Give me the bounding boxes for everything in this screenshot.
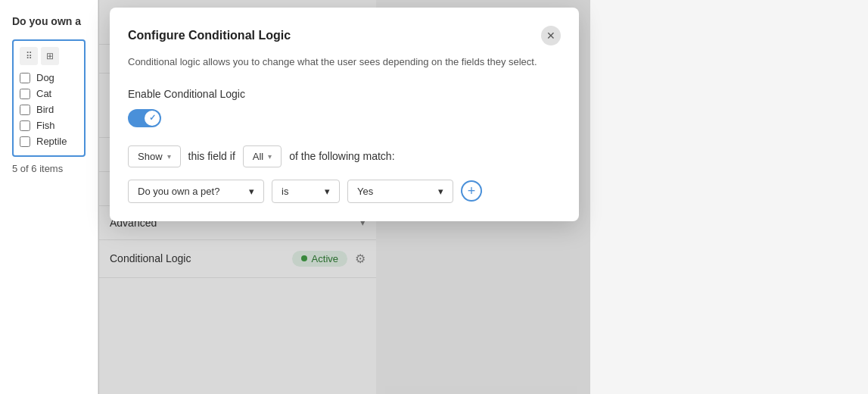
checkbox-dog[interactable] — [20, 73, 30, 83]
condition-row: Do you own a pet? ▾ is ▾ Yes ▾ + — [128, 180, 561, 203]
field-title: Do you own a — [12, 15, 86, 27]
list-item: Fish — [20, 117, 78, 133]
field-widget: ⠿ ⊞ Dog Cat Bird Fish Reptile — [12, 39, 86, 157]
list-item: Dog — [20, 70, 78, 86]
operator-select-dropdown[interactable]: is ▾ — [272, 180, 340, 203]
condition-text: this field if — [188, 150, 235, 162]
match-text: of the following match: — [289, 150, 394, 162]
add-condition-button[interactable]: + — [461, 180, 482, 202]
value-select-dropdown[interactable]: Yes ▾ — [347, 180, 453, 203]
field-select-dropdown[interactable]: Do you own a pet? ▾ — [128, 180, 264, 203]
checkbox-bird[interactable] — [20, 105, 30, 115]
close-button[interactable]: ✕ — [541, 26, 561, 45]
widget-controls: ⠿ ⊞ — [20, 47, 78, 65]
checkbox-cat[interactable] — [20, 89, 30, 99]
list-item: Reptile — [20, 133, 78, 149]
modal-header: Configure Conditional Logic ✕ — [128, 26, 561, 45]
show-dropdown[interactable]: Show ▾ — [128, 145, 181, 167]
toggle-container — [128, 109, 561, 127]
checkbox-fish[interactable] — [20, 120, 30, 131]
enable-logic-label: Enable Conditional Logic — [128, 88, 561, 100]
modal-overlay: Configure Conditional Logic ✕ Conditiona… — [98, 0, 590, 394]
chevron-down-icon: ▾ — [249, 186, 254, 197]
chevron-down-icon: ▾ — [325, 186, 330, 197]
add-icon[interactable]: ⊞ — [41, 47, 59, 65]
drag-icon[interactable]: ⠿ — [20, 47, 38, 65]
modal-title: Configure Conditional Logic — [128, 29, 291, 42]
modal-dialog: Configure Conditional Logic ✕ Conditiona… — [110, 8, 579, 221]
chevron-down-icon: ▾ — [167, 152, 171, 161]
checkbox-reptile[interactable] — [20, 136, 30, 147]
list-item: Cat — [20, 86, 78, 102]
chevron-down-icon: ▾ — [438, 186, 443, 197]
modal-description: Conditional logic allows you to change w… — [128, 55, 561, 70]
chevron-down-icon: ▾ — [268, 152, 272, 161]
toggle-knob — [145, 111, 160, 126]
items-count: 5 of 6 items — [12, 163, 86, 174]
checkbox-list: Dog Cat Bird Fish Reptile — [20, 70, 78, 149]
list-item: Bird — [20, 102, 78, 117]
all-dropdown[interactable]: All ▾ — [243, 145, 282, 167]
left-panel: Do you own a ⠿ ⊞ Dog Cat Bird Fish Repti… — [0, 0, 98, 394]
condition-sentence: Show ▾ this field if All ▾ of the follow… — [128, 145, 561, 167]
enable-logic-toggle[interactable] — [128, 109, 161, 127]
